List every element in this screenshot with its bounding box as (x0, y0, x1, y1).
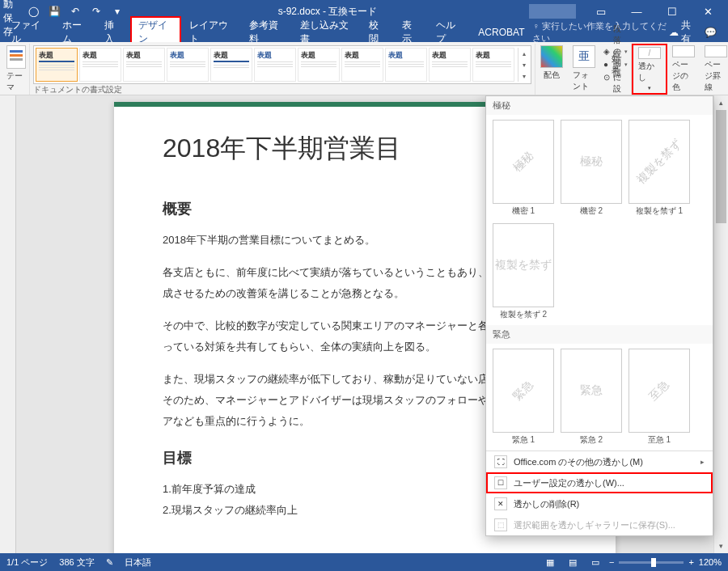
watermark-gallery-item[interactable]: 複製を禁ず複製を禁ず 1 (629, 120, 690, 217)
style-thumb[interactable]: 表題 (341, 48, 383, 82)
watermark-gallery-item[interactable]: 極秘機密 1 (493, 120, 554, 217)
status-language[interactable]: 日本語 (125, 556, 151, 569)
vertical-scrollbar[interactable]: ▴ ▾ (713, 95, 728, 553)
wm-menu-office[interactable]: ⛶ Office.com のその他の透かし(M) ▸ (486, 451, 713, 472)
office-icon: ⛶ (494, 455, 507, 468)
watermark-gallery-panel: 極秘 極秘機密 1極秘機密 2複製を禁ず複製を禁ず 1複製を禁ず複製を禁ず 2 … (485, 95, 713, 536)
document-area: 2018年下半期営業目 概要 2018年下半期の営業目標についてまとめる。 各支… (0, 95, 728, 553)
watermark-gallery-item[interactable]: 緊急緊急 2 (561, 349, 622, 446)
fonts-button[interactable]: 亜 フォント (568, 44, 600, 95)
style-thumb[interactable]: 表題 (472, 48, 514, 82)
page-borders-icon (705, 45, 727, 57)
wm-section-confidential: 極秘 (486, 96, 713, 115)
watermark-gallery-item[interactable]: 極秘機密 2 (561, 120, 622, 217)
style-thumb[interactable]: 表題 (79, 48, 121, 82)
style-thumb[interactable]: 表題 (210, 48, 252, 82)
status-spellcheck-icon[interactable]: ✎ (106, 557, 113, 568)
status-page[interactable]: 1/1 ページ (6, 556, 48, 569)
watermark-item-label: 複製を禁ず 2 (500, 309, 547, 320)
watermark-icon: / (638, 47, 661, 59)
tell-me-search[interactable]: ♀ 実行したい作業を入力してください (532, 20, 668, 44)
style-thumb[interactable]: 表題 (167, 48, 209, 82)
zoom-level[interactable]: 120% (699, 557, 722, 567)
colors-button[interactable]: 配色 (535, 44, 568, 95)
watermark-item-label: 複製を禁ず 1 (636, 205, 683, 217)
custom-watermark-icon: ☐ (494, 476, 507, 489)
watermark-gallery-item[interactable]: 緊急緊急 1 (493, 349, 554, 446)
fonts-icon: 亜 (573, 45, 595, 68)
page-color-icon (672, 45, 695, 57)
gallery-more-icon[interactable]: ▴▾▾ (518, 48, 529, 82)
statusbar: 1/1 ページ 386 文字 ✎ 日本語 ▦ ▤ ▭ − + 120% (0, 553, 728, 571)
watermark-item-label: 至急 1 (648, 434, 671, 446)
view-read-icon[interactable]: ▦ (541, 556, 559, 569)
tab-acrobat[interactable]: ACROBAT (470, 24, 532, 40)
wm-menu-custom[interactable]: ☐ ユーザー設定の透かし(W)... (486, 472, 713, 493)
document-formatting-gallery[interactable]: 表題 表題 表題 表題 表題 表題 表題 表題 表題 表題 表題 ▴▾▾ (33, 45, 531, 84)
vertical-ruler[interactable] (0, 95, 16, 553)
style-thumb[interactable]: 表題 (385, 48, 427, 82)
wm-menu-save: ⬚ 選択範囲を透かしギャラリーに保存(S)... (486, 514, 713, 535)
scroll-up-icon[interactable]: ▴ (714, 95, 728, 110)
style-thumb[interactable]: 表題 (429, 48, 471, 82)
status-word-count[interactable]: 386 文字 (59, 556, 94, 569)
colors-icon (540, 45, 563, 68)
comments-icon[interactable]: 💬 (705, 27, 717, 38)
style-thumb[interactable]: 表題 (123, 48, 165, 82)
view-print-icon[interactable]: ▤ (564, 556, 582, 569)
style-thumb[interactable]: 表題 (36, 48, 78, 82)
themes-button[interactable] (6, 45, 26, 69)
themes-label: テーマ (6, 70, 26, 93)
zoom-in-icon[interactable]: + (688, 557, 693, 567)
scroll-down-icon[interactable]: ▾ (714, 539, 728, 553)
user-account[interactable] (529, 4, 576, 19)
doc-format-group-label: ドキュメントの書式設定 (33, 84, 531, 96)
watermark-gallery-item[interactable]: 複製を禁ず複製を禁ず 2 (493, 223, 554, 320)
page-color-button[interactable]: ページの色 (667, 44, 700, 95)
watermark-item-label: 機密 2 (580, 205, 603, 217)
save-selection-icon: ⬚ (494, 518, 507, 531)
zoom-slider[interactable] (619, 561, 684, 564)
view-web-icon[interactable]: ▭ (586, 556, 604, 569)
chevron-right-icon: ▸ (700, 458, 705, 466)
watermark-item-label: 緊急 2 (580, 434, 603, 446)
minimize-icon[interactable]: — (620, 1, 654, 22)
watermark-gallery-item[interactable]: 至急至急 1 (629, 349, 690, 446)
ribbon-display-icon[interactable]: ▭ (584, 1, 618, 22)
ribbon-design: テーマ 表題 表題 表題 表題 表題 表題 表題 表題 表題 表題 表題 ▴▾▾… (0, 42, 728, 95)
wm-menu-remove[interactable]: ✕ 透かしの削除(R) (486, 493, 713, 514)
watermark-item-label: 機密 1 (512, 205, 535, 217)
page-borders-button[interactable]: ページ罫線 (700, 44, 728, 95)
zoom-out-icon[interactable]: − (609, 557, 614, 567)
watermark-button[interactable]: / 透かし ▾ (632, 44, 667, 95)
wm-section-urgent: 緊急 (486, 325, 713, 344)
style-thumb[interactable]: 表題 (298, 48, 340, 82)
remove-watermark-icon: ✕ (494, 497, 507, 510)
scrollbar-thumb[interactable] (716, 110, 726, 223)
set-default-button[interactable]: ⊙ 既定に設定 (603, 71, 628, 83)
style-thumb[interactable]: 表題 (254, 48, 296, 82)
watermark-item-label: 緊急 1 (512, 434, 535, 446)
